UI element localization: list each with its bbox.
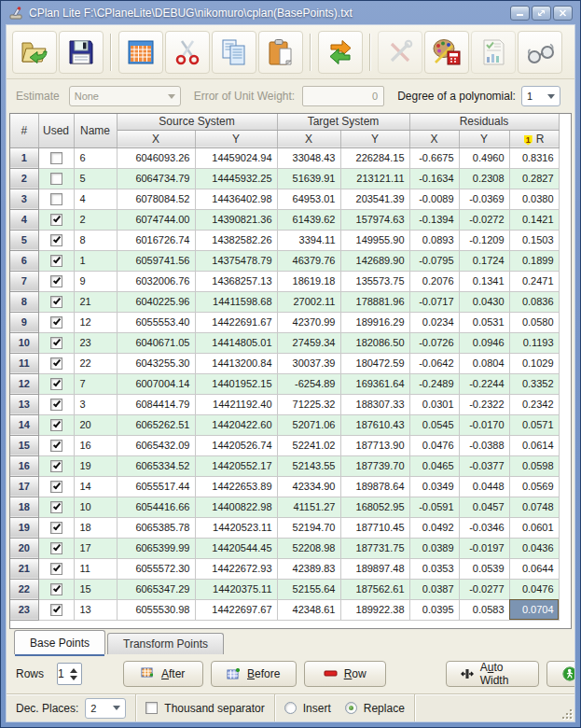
table-button[interactable] <box>118 31 163 74</box>
cell-target-x[interactable]: 27002.11 <box>277 291 340 312</box>
cell-source-x[interactable]: 6054416.66 <box>117 497 195 517</box>
row-header[interactable]: 5 <box>10 230 38 250</box>
cell-name[interactable]: 7 <box>74 373 117 394</box>
cell-residual-x[interactable]: 0.0893 <box>409 230 459 250</box>
cell-target-x[interactable]: 42389.83 <box>277 558 340 579</box>
cell-source-x[interactable]: 6064734.79 <box>117 168 195 189</box>
cell-name[interactable]: 13 <box>74 599 117 620</box>
used-checkbox[interactable] <box>50 563 62 575</box>
cell-target-y[interactable]: 189897.48 <box>340 558 409 579</box>
group-header-residuals[interactable]: Residuals <box>409 114 559 130</box>
cell-target-x[interactable]: 64953.01 <box>277 189 340 209</box>
error-of-unit-weight-input[interactable]: 0 <box>302 86 384 106</box>
cell-target-y[interactable]: 187610.43 <box>340 414 409 435</box>
col-header-used[interactable]: Used <box>38 114 74 147</box>
used-cell[interactable] <box>38 414 74 435</box>
row-header[interactable]: 9 <box>10 312 38 332</box>
cell-residual-r[interactable]: 0.1421 <box>509 209 559 230</box>
cell-residual-r[interactable]: 0.1899 <box>509 250 559 271</box>
close-button[interactable] <box>553 6 573 21</box>
cell-name[interactable]: 16 <box>74 435 117 455</box>
used-checkbox[interactable] <box>50 275 62 287</box>
row-header[interactable]: 10 <box>10 332 38 353</box>
degree-of-polynomial-combo[interactable]: 1 <box>521 86 560 106</box>
cell-source-y[interactable]: 14420544.45 <box>195 538 277 558</box>
cell-source-x[interactable]: 6074744.00 <box>117 209 195 230</box>
row-header[interactable]: 3 <box>10 189 38 209</box>
used-cell[interactable] <box>38 497 74 517</box>
cell-name[interactable]: 19 <box>74 455 117 476</box>
row-header[interactable]: 11 <box>10 353 38 373</box>
used-cell[interactable] <box>38 373 74 394</box>
used-cell[interactable] <box>38 476 74 497</box>
cell-target-y[interactable]: 203541.39 <box>340 189 409 209</box>
used-cell[interactable] <box>38 332 74 353</box>
cell-target-y[interactable]: 142689.90 <box>340 250 409 271</box>
cell-residual-r[interactable]: 0.0704 <box>509 599 559 620</box>
cell-source-x[interactable]: 6055517.44 <box>117 476 195 497</box>
row-header[interactable]: 12 <box>10 373 38 394</box>
cell-target-x[interactable]: -6254.89 <box>277 373 340 394</box>
cell-name[interactable]: 12 <box>74 312 117 332</box>
cell-target-x[interactable]: 41151.27 <box>277 497 340 517</box>
row-header[interactable]: 15 <box>10 435 38 455</box>
cell-residual-x[interactable]: 0.0301 <box>409 394 459 414</box>
row-header[interactable]: 8 <box>10 291 38 312</box>
used-cell[interactable] <box>38 455 74 476</box>
spinner-up-icon[interactable] <box>70 668 77 673</box>
cell-source-x[interactable]: 6040671.05 <box>117 332 195 353</box>
cell-name[interactable]: 8 <box>74 230 117 250</box>
row-header[interactable]: 23 <box>10 599 38 620</box>
cell-residual-r[interactable]: 0.1029 <box>509 353 559 373</box>
cell-residual-x[interactable]: 0.0492 <box>409 517 459 538</box>
cell-target-y[interactable]: 189916.29 <box>340 312 409 332</box>
cell-residual-r[interactable]: 0.0598 <box>509 455 559 476</box>
cell-source-y[interactable]: 14382582.26 <box>195 230 277 250</box>
cell-target-y[interactable]: 189878.64 <box>340 476 409 497</box>
cell-residual-r[interactable]: 0.0476 <box>509 579 559 599</box>
cell-name[interactable]: 14 <box>74 476 117 497</box>
cell-residual-y[interactable]: -0.0272 <box>459 209 509 230</box>
cell-residual-r[interactable]: 0.0569 <box>509 476 559 497</box>
cell-name[interactable]: 5 <box>74 168 117 189</box>
copy-button[interactable] <box>212 31 256 74</box>
cell-residual-r[interactable]: 0.8316 <box>509 147 559 168</box>
used-checkbox[interactable] <box>50 337 62 349</box>
used-checkbox[interactable] <box>50 193 62 205</box>
cell-residual-y[interactable]: -0.0277 <box>459 579 509 599</box>
cell-name[interactable]: 11 <box>74 558 117 579</box>
cell-residual-y[interactable]: 0.2308 <box>459 168 509 189</box>
col-header-target-x[interactable]: X <box>277 130 340 147</box>
cell-target-y[interactable]: 182086.50 <box>340 332 409 353</box>
cell-source-x[interactable]: 6055553.40 <box>117 312 195 332</box>
used-checkbox[interactable] <box>50 378 62 390</box>
spinner-down-icon[interactable] <box>70 676 77 680</box>
cell-target-y[interactable]: 226284.15 <box>340 147 409 168</box>
dec-places-combo[interactable]: 2 <box>85 698 126 719</box>
cell-target-x[interactable]: 52241.02 <box>277 435 340 455</box>
cell-residual-x[interactable]: -0.1394 <box>409 209 459 230</box>
used-checkbox[interactable] <box>50 604 62 616</box>
cell-residual-y[interactable]: -0.0369 <box>459 189 509 209</box>
cell-residual-y[interactable]: 0.0430 <box>459 291 509 312</box>
group-header-target-system[interactable]: Target System <box>277 114 409 130</box>
cell-source-x[interactable]: 6032006.76 <box>117 271 195 291</box>
cell-target-x[interactable]: 71225.32 <box>277 394 340 414</box>
used-checkbox[interactable] <box>50 583 62 595</box>
used-checkbox[interactable] <box>50 255 62 267</box>
cell-residual-x[interactable]: 0.0234 <box>409 312 459 332</box>
col-header-target-y[interactable]: Y <box>340 130 409 147</box>
cell-residual-r[interactable]: 0.3352 <box>509 373 559 394</box>
cell-residual-y[interactable]: -0.0197 <box>459 538 509 558</box>
cell-source-x[interactable]: 6046093.26 <box>117 147 195 168</box>
cell-target-x[interactable]: 27459.34 <box>277 332 340 353</box>
cell-source-y[interactable]: 14368257.13 <box>195 271 277 291</box>
row-header[interactable]: 17 <box>10 476 38 497</box>
cell-source-x[interactable]: 6043255.30 <box>117 353 195 373</box>
cell-source-x[interactable]: 6065334.52 <box>117 455 195 476</box>
cell-residual-r[interactable]: 0.0580 <box>509 312 559 332</box>
used-cell[interactable] <box>38 579 74 599</box>
used-cell[interactable] <box>38 147 74 168</box>
col-header-residual-x[interactable]: X <box>409 130 459 147</box>
cell-target-y[interactable]: 135573.75 <box>340 271 409 291</box>
